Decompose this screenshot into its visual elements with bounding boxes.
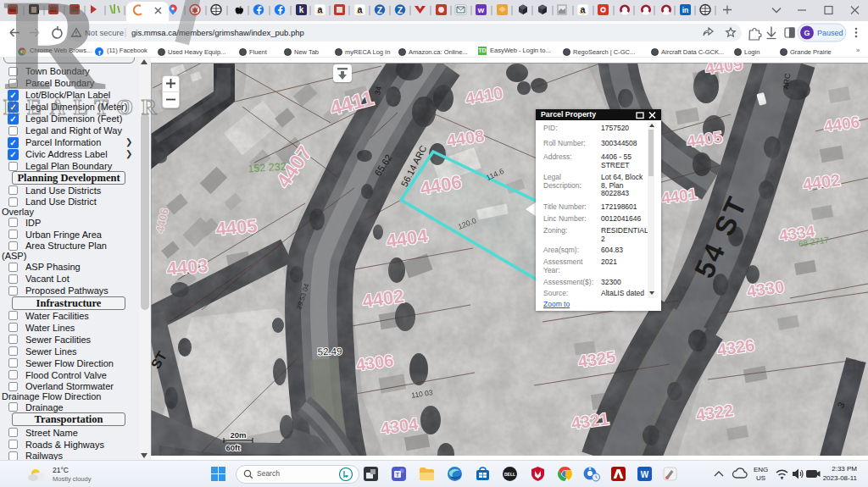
svg-text:DELL: DELL [504,472,515,477]
svg-text:Z: Z [398,5,403,15]
svg-text:k: k [299,5,304,14]
svg-text:4403: 4403 [166,255,209,279]
svg-text:a: a [318,4,323,14]
svg-text:REALTOR: REALTOR [3,96,165,119]
svg-text:4405: 4405 [215,215,259,240]
svg-text:34: 34 [373,86,383,96]
svg-text:20m: 20m [230,430,246,440]
svg-text:52.49: 52.49 [317,346,342,357]
svg-text:T: T [396,472,400,478]
svg-text:Paused: Paused [817,29,843,37]
svg-text:Z: Z [377,5,383,15]
svg-text:W: W [641,470,649,479]
svg-text:a: a [358,4,363,14]
svg-text:w: w [477,5,485,14]
svg-text:G: G [804,29,810,37]
svg-text:in: in [682,6,689,14]
svg-text:a: a [581,4,586,14]
svg-text:60ft: 60ft [226,443,242,452]
svg-text:gis.mmsa.ca/members/grimshaw/i: gis.mmsa.ca/members/grimshaw/index_pub.p… [131,28,304,37]
